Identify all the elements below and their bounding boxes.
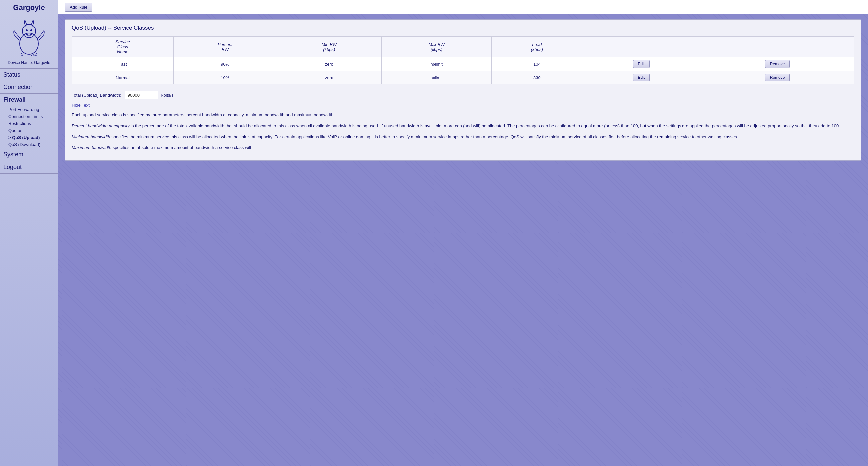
sidebar-item-qos-upload[interactable]: > QoS (Upload) (0, 134, 58, 141)
row-fast-remove-cell: Remove (701, 57, 855, 71)
sidebar-logo (7, 15, 51, 59)
app-title: Gargoyle (0, 0, 58, 13)
bandwidth-row: Total (Upload) Bandwidth: kbits/s (72, 91, 855, 99)
row-normal-max-bw: nolimit (382, 71, 492, 85)
main-content: Add Rule QoS (Upload) -- Service Classes… (58, 0, 868, 466)
row-fast-percent: 90% (174, 57, 277, 71)
row-normal-edit-cell: Edit (582, 71, 701, 85)
row-fast-edit-cell: Edit (582, 57, 701, 71)
bandwidth-unit: kbits/s (161, 93, 174, 98)
sidebar-item-port-forwarding[interactable]: Port Forwarding (0, 106, 58, 113)
sidebar-item-connection-limits[interactable]: Connection Limits (0, 113, 58, 120)
desc-text-4: specifies an absolute maximum amount of … (112, 145, 251, 150)
qos-section-title: QoS (Upload) -- Service Classes (72, 25, 855, 31)
service-classes-table: ServiceClassName PercentBW Min BW(kbps) … (72, 36, 855, 85)
sidebar-firewall-title[interactable]: Firewall (0, 94, 58, 106)
desc-paragraph-1: Each upload service class is specified b… (72, 112, 855, 119)
top-bar: Add Rule (58, 0, 868, 14)
hide-text-link[interactable]: Hide Text (72, 103, 855, 108)
sidebar-item-quotas[interactable]: Quotas (0, 127, 58, 134)
fast-edit-button[interactable]: Edit (633, 60, 650, 68)
sidebar-connection-title[interactable]: Connection (0, 81, 58, 93)
row-normal-load: 339 (491, 71, 582, 85)
sidebar-system-title[interactable]: System (0, 148, 58, 161)
row-fast-max-bw: nolimit (382, 57, 492, 71)
row-fast-name: Fast (72, 57, 174, 71)
desc-prefix-4: Maximum bandwidth (72, 145, 112, 150)
sidebar-item-qos-download[interactable]: QoS (Download) (0, 141, 58, 148)
col-header-min-bw: Min BW(kbps) (277, 37, 382, 57)
row-normal-percent: 10% (174, 71, 277, 85)
col-header-remove (701, 37, 855, 57)
desc-text-3: specifies the minimum service this class… (111, 135, 738, 139)
desc-prefix-2: Percent bandwidth at capacity (72, 123, 129, 128)
col-header-max-bw: Max BW(kbps) (382, 37, 492, 57)
row-normal-min-bw: zero (277, 71, 382, 85)
row-fast-min-bw: zero (277, 57, 382, 71)
sidebar-section-firewall: Firewall Port Forwarding Connection Limi… (0, 94, 58, 148)
bandwidth-label: Total (Upload) Bandwidth: (72, 93, 121, 98)
svg-point-3 (30, 29, 32, 31)
svg-point-2 (26, 29, 28, 31)
qos-service-classes-section: QoS (Upload) -- Service Classes ServiceC… (65, 19, 861, 161)
col-header-edit (582, 37, 701, 57)
col-header-percent-bw: PercentBW (174, 37, 277, 57)
fast-remove-button[interactable]: Remove (765, 60, 790, 68)
svg-point-0 (20, 33, 38, 54)
sidebar-section-system[interactable]: System (0, 148, 58, 161)
desc-prefix-3: Minimum bandwidth (72, 135, 111, 139)
desc-text-1: Each upload service class is specified b… (72, 112, 335, 117)
row-fast-load: 104 (491, 57, 582, 71)
table-row: Normal 10% zero nolimit 339 Edit Remove (72, 71, 855, 85)
normal-edit-button[interactable]: Edit (633, 74, 650, 82)
row-normal-name: Normal (72, 71, 174, 85)
desc-paragraph-4: Maximum bandwidth specifies an absolute … (72, 144, 855, 151)
svg-point-1 (22, 24, 36, 37)
sidebar-item-restrictions[interactable]: Restrictions (0, 120, 58, 127)
col-header-service-class-name: ServiceClassName (72, 37, 174, 57)
sidebar-status-title[interactable]: Status (0, 68, 58, 81)
sidebar-section-status[interactable]: Status (0, 68, 58, 81)
sidebar: Gargoyle (0, 0, 58, 466)
add-rule-button[interactable]: Add Rule (65, 3, 92, 12)
bandwidth-input[interactable] (125, 91, 158, 99)
desc-text-2: is the percentage of the total available… (129, 123, 840, 128)
table-row: Fast 90% zero nolimit 104 Edit Remove (72, 57, 855, 71)
normal-remove-button[interactable]: Remove (765, 74, 790, 82)
sidebar-section-logout[interactable]: Logout (0, 161, 58, 173)
desc-paragraph-3: Minimum bandwidth specifies the minimum … (72, 134, 855, 141)
sidebar-logout-title[interactable]: Logout (0, 161, 58, 173)
device-name-label: Device Name: Gargoyle (8, 60, 50, 65)
desc-paragraph-2: Percent bandwidth at capacity is the per… (72, 123, 855, 130)
sidebar-section-connection[interactable]: Connection (0, 81, 58, 93)
row-normal-remove-cell: Remove (701, 71, 855, 85)
col-header-load: Load(kbps) (491, 37, 582, 57)
